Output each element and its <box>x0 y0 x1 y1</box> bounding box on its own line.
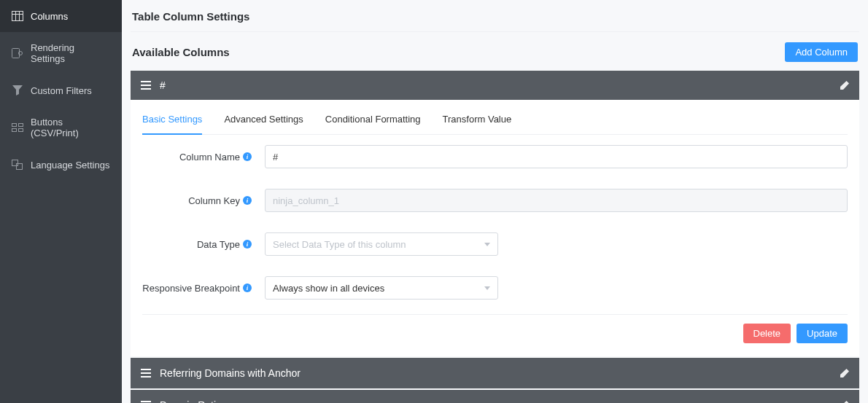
info-icon[interactable]: i <box>243 283 252 292</box>
svg-rect-8 <box>12 129 17 132</box>
row-data-type: Data Type i Select Data Type of this col… <box>142 222 848 266</box>
data-type-select[interactable]: Select Data Type of this column <box>265 232 498 256</box>
sidebar-item-label: Custom Filters <box>31 85 92 96</box>
column-key-input <box>265 189 848 212</box>
label-column-key: Column Key <box>188 195 240 206</box>
svg-rect-0 <box>12 12 23 21</box>
svg-rect-9 <box>19 129 23 132</box>
tab-basic-settings[interactable]: Basic Settings <box>142 114 202 135</box>
sidebar-item-filters[interactable]: Custom Filters <box>0 74 122 106</box>
drag-handle-icon[interactable] <box>141 81 151 90</box>
row-responsive: Responsive Breakpoint i Always show in a… <box>142 266 848 310</box>
footer-actions: Delete Update <box>142 315 848 356</box>
svg-rect-18 <box>141 401 151 402</box>
tab-transform-value[interactable]: Transform Value <box>443 114 512 135</box>
sidebar-item-label: Language Settings <box>31 160 109 171</box>
column-name-input[interactable] <box>265 145 848 168</box>
column-label: Domain Rating <box>160 399 228 403</box>
drag-handle-icon[interactable] <box>141 369 151 377</box>
rendering-icon <box>12 47 23 59</box>
tabs: Basic Settings Advanced Settings Conditi… <box>142 100 848 135</box>
svg-rect-15 <box>141 369 151 370</box>
column-title: # <box>160 79 166 91</box>
edit-icon[interactable] <box>840 369 849 377</box>
label-data-type: Data Type <box>197 239 240 250</box>
column-row-domain-rating[interactable]: Domain Rating <box>131 390 859 403</box>
expanded-column-header[interactable]: # <box>131 71 859 100</box>
section-title: Available Columns <box>132 46 230 58</box>
columns-icon <box>12 10 23 22</box>
chevron-down-icon <box>484 286 490 290</box>
row-column-key: Column Key i <box>142 179 848 222</box>
chevron-down-icon <box>484 243 490 246</box>
tab-advanced-settings[interactable]: Advanced Settings <box>224 114 303 135</box>
sidebar-item-rendering[interactable]: Rendering Settings <box>0 32 122 74</box>
tab-conditional-formatting[interactable]: Conditional Formatting <box>325 114 421 135</box>
info-icon[interactable]: i <box>243 196 252 205</box>
svg-rect-13 <box>141 85 151 86</box>
row-column-name: Column Name i <box>142 135 848 179</box>
sidebar-item-columns[interactable]: Columns <box>0 0 122 32</box>
info-icon[interactable]: i <box>243 152 252 161</box>
language-icon <box>12 159 23 171</box>
sidebar-item-label: Rendering Settings <box>31 42 110 64</box>
svg-rect-17 <box>141 376 151 377</box>
select-placeholder: Select Data Type of this column <box>273 239 406 250</box>
page-title: Table Column Settings <box>131 0 859 32</box>
svg-rect-7 <box>19 124 23 127</box>
svg-rect-11 <box>17 164 23 170</box>
sidebar: Columns Rendering Settings Custom Filter… <box>0 0 122 403</box>
svg-rect-12 <box>141 81 151 82</box>
filter-icon <box>12 85 23 96</box>
svg-rect-14 <box>141 88 151 90</box>
svg-rect-10 <box>12 160 18 166</box>
column-editor-card: Basic Settings Advanced Settings Conditi… <box>131 100 859 356</box>
column-row-referring[interactable]: Referring Domains with Anchor <box>131 358 859 388</box>
sidebar-item-label: Buttons (CSV/Print) <box>31 117 110 138</box>
sidebar-item-buttons[interactable]: Buttons (CSV/Print) <box>0 106 122 149</box>
label-column-name: Column Name <box>179 152 240 163</box>
update-button[interactable]: Update <box>797 324 848 343</box>
svg-rect-16 <box>141 372 151 374</box>
svg-rect-6 <box>12 124 17 127</box>
buttons-icon <box>12 122 23 133</box>
column-label: Referring Domains with Anchor <box>160 367 301 379</box>
sidebar-item-label: Columns <box>31 11 68 22</box>
edit-icon[interactable] <box>840 81 849 90</box>
add-column-button[interactable]: Add Column <box>785 42 858 62</box>
delete-button[interactable]: Delete <box>743 324 791 343</box>
select-value: Always show in all devices <box>273 283 384 294</box>
label-responsive: Responsive Breakpoint <box>142 283 240 294</box>
responsive-select[interactable]: Always show in all devices <box>265 276 498 300</box>
info-icon[interactable]: i <box>243 240 252 249</box>
section-header: Available Columns Add Column <box>131 32 859 69</box>
main-content: Table Column Settings Available Columns … <box>122 0 868 403</box>
sidebar-item-language[interactable]: Language Settings <box>0 149 122 181</box>
